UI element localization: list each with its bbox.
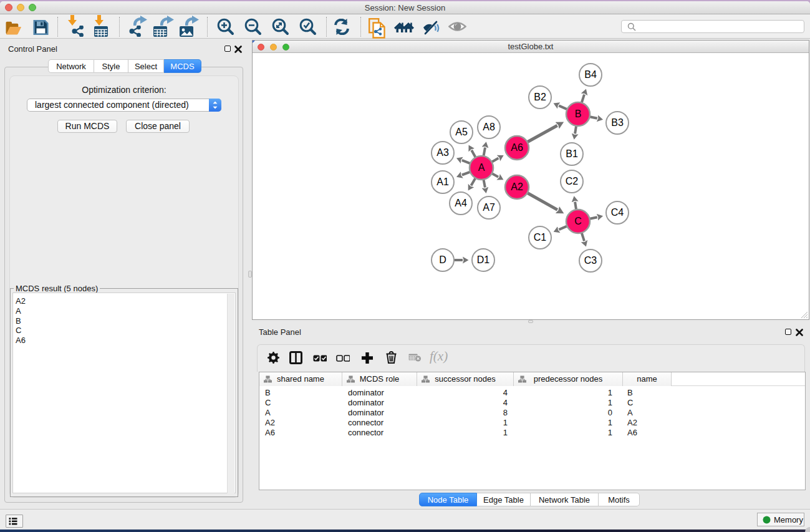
svg-text:B4: B4: [584, 69, 597, 80]
svg-text:B3: B3: [611, 117, 624, 128]
svg-text:D1: D1: [477, 254, 490, 265]
svg-text:A8: A8: [483, 122, 495, 132]
svg-text:A3: A3: [436, 147, 449, 158]
svg-text:B1: B1: [566, 148, 578, 159]
svg-text:A: A: [478, 162, 485, 173]
svg-text:A5: A5: [455, 127, 468, 137]
svg-text:B: B: [575, 109, 582, 119]
svg-text:C: C: [574, 216, 582, 226]
svg-text:B2: B2: [534, 92, 546, 102]
svg-text:A1: A1: [436, 177, 449, 187]
svg-text:D: D: [439, 254, 446, 265]
svg-text:C3: C3: [584, 255, 597, 266]
svg-text:A7: A7: [483, 202, 495, 213]
svg-text:A6: A6: [511, 142, 523, 153]
svg-text:A4: A4: [455, 198, 467, 208]
svg-text:C2: C2: [566, 176, 579, 186]
svg-text:C1: C1: [534, 232, 547, 243]
svg-text:A2: A2: [511, 181, 523, 192]
svg-text:C4: C4: [611, 207, 624, 218]
